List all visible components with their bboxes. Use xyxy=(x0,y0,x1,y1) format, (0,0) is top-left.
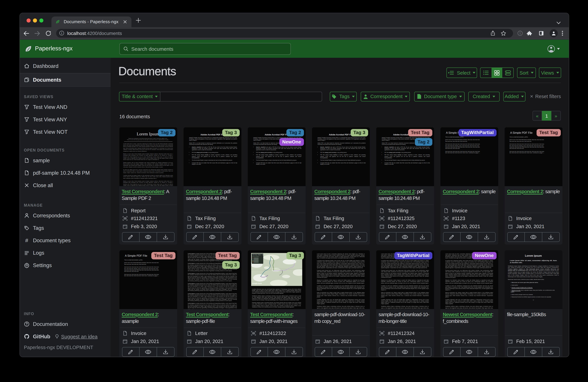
svg-text:Google Earth: Google Earth xyxy=(252,282,262,284)
svg-text:Set trip to BWCA: Set trip to BWCA xyxy=(252,256,259,257)
svg-text:Boundary Waters Trip: Boundary Waters Trip xyxy=(252,254,263,255)
svg-text:1: 1 xyxy=(519,32,521,35)
